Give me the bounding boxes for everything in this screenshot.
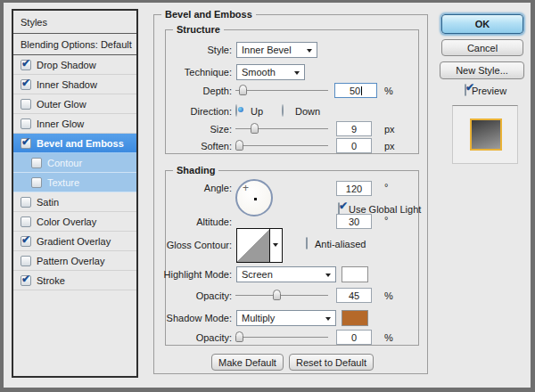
- angle-dial[interactable]: +: [235, 179, 273, 216]
- soften-slider-thumb[interactable]: [235, 140, 243, 151]
- sidebar-item-inner-shadow[interactable]: ✔ Inner Shadow: [13, 75, 136, 94]
- style-preview-box: [452, 105, 518, 164]
- sidebar-item-stroke[interactable]: ✔ Stroke: [13, 271, 136, 290]
- check-icon: ✔: [21, 135, 30, 148]
- sidebar-item-texture[interactable]: ✔ Texture: [13, 173, 136, 192]
- chevron-down-icon: [325, 274, 331, 280]
- altitude-input[interactable]: 30: [336, 214, 372, 229]
- highlight-mode-dropdown[interactable]: Screen: [236, 266, 336, 282]
- direction-up-radio[interactable]: [235, 104, 237, 117]
- sidebar-item-outer-glow[interactable]: ✔ Outer Glow: [13, 94, 136, 114]
- reset-to-default-button[interactable]: Reset to Default: [289, 354, 374, 371]
- checkbox[interactable]: ✔: [21, 138, 31, 149]
- size-slider-thumb[interactable]: [251, 123, 259, 134]
- checkbox[interactable]: ✔: [21, 99, 31, 110]
- chevron-down-icon: [307, 49, 312, 55]
- opacity-shadow-input[interactable]: 0: [336, 330, 372, 345]
- gloss-contour-picker[interactable]: [236, 228, 283, 263]
- direction-label: Direction:: [148, 106, 232, 117]
- opacity-shadow-value: 0: [351, 332, 357, 343]
- opacity-highlight-unit: %: [384, 290, 393, 301]
- check-icon: ✔: [21, 233, 30, 246]
- angle-dial-center-dot: [254, 198, 257, 200]
- sidebar-item-satin[interactable]: ✔ Satin: [13, 192, 136, 212]
- styles-sidebar: Styles Blending Options: Default ✔ Drop …: [12, 9, 138, 378]
- checkbox[interactable]: ✔: [21, 275, 31, 286]
- soften-input[interactable]: 0: [336, 138, 372, 153]
- ok-button[interactable]: OK: [441, 14, 523, 34]
- check-icon: ✔: [339, 200, 348, 212]
- highlight-mode-value: Screen: [242, 269, 273, 280]
- size-input[interactable]: 9: [336, 121, 372, 136]
- opacity-shadow-label: Opacity:: [148, 332, 232, 343]
- sidebar-header-styles[interactable]: Styles: [13, 11, 136, 34]
- item-label: Bevel and Emboss: [37, 138, 124, 149]
- altitude-label: Altitude:: [148, 216, 232, 227]
- shadow-mode-label: Shadow Mode:: [148, 313, 232, 323]
- check-icon: ✔: [21, 77, 30, 89]
- chevron-down-icon: [294, 71, 300, 78]
- use-global-light-checkbox[interactable]: ✔: [338, 202, 340, 215]
- layer-style-dialog: Styles Blending Options: Default ✔ Drop …: [0, 0, 535, 392]
- item-label: Gradient Overlay: [37, 236, 111, 247]
- item-label: Pattern Overlay: [37, 256, 104, 266]
- soften-value: 0: [351, 141, 357, 151]
- direction-down-radio[interactable]: [282, 104, 284, 117]
- size-label: Size:: [148, 124, 232, 135]
- sidebar-item-inner-glow[interactable]: ✔ Inner Glow: [13, 114, 136, 134]
- altitude-value: 30: [349, 216, 359, 227]
- angle-input[interactable]: 120: [336, 181, 372, 196]
- sidebar-item-contour[interactable]: ✔ Contour: [13, 153, 136, 173]
- angle-unit: °: [384, 182, 388, 192]
- preview-label: Preview: [472, 86, 506, 96]
- anti-aliased-checkbox[interactable]: ✔: [306, 237, 308, 249]
- structure-legend: Structure: [173, 24, 224, 35]
- depth-slider-thumb[interactable]: [239, 85, 247, 95]
- sidebar-item-blending-options[interactable]: Blending Options: Default: [13, 34, 136, 55]
- sidebar-item-bevel-and-emboss[interactable]: ✔ Bevel and Emboss: [13, 134, 136, 153]
- checkbox[interactable]: ✔: [21, 60, 31, 70]
- style-dropdown[interactable]: Inner Bevel: [236, 42, 317, 58]
- sidebar-item-gradient-overlay[interactable]: ✔ Gradient Overlay: [13, 232, 136, 251]
- shadow-color-swatch[interactable]: [342, 310, 368, 326]
- sidebar-item-drop-shadow[interactable]: ✔ Drop Shadow: [13, 55, 136, 75]
- opacity-highlight-label: Opacity:: [148, 290, 232, 301]
- opacity-highlight-value: 45: [349, 290, 359, 301]
- cancel-button[interactable]: Cancel: [441, 39, 523, 56]
- technique-label: Technique:: [148, 67, 232, 78]
- make-default-button[interactable]: Make Default: [211, 354, 284, 371]
- checkbox[interactable]: ✔: [21, 256, 31, 266]
- sidebar-item-color-overlay[interactable]: ✔ Color Overlay: [13, 212, 136, 232]
- highlight-mode-label: Highlight Mode:: [148, 269, 232, 280]
- shadow-mode-dropdown[interactable]: Multiply: [236, 310, 336, 326]
- checkbox[interactable]: ✔: [21, 79, 31, 90]
- checkbox[interactable]: ✔: [21, 197, 31, 208]
- style-preview-thumbnail: [470, 118, 502, 151]
- checkbox[interactable]: ✔: [31, 158, 42, 168]
- opacity-shadow-slider-thumb[interactable]: [235, 331, 243, 342]
- shading-legend: Shading: [173, 165, 218, 176]
- opacity-highlight-input[interactable]: 45: [336, 288, 372, 303]
- shadow-mode-value: Multiply: [242, 313, 275, 323]
- preview-checkbox[interactable]: ✔: [465, 84, 466, 96]
- technique-dropdown[interactable]: Smooth: [236, 64, 305, 80]
- highlight-color-swatch[interactable]: [342, 266, 368, 282]
- angle-label: Angle:: [148, 183, 232, 193]
- soften-slider-track: [235, 145, 328, 146]
- blending-options-label: Blending Options: Default: [21, 39, 132, 50]
- checkbox[interactable]: ✔: [31, 177, 42, 188]
- opacity-highlight-slider-thumb[interactable]: [273, 290, 281, 300]
- new-style-button[interactable]: New Style...: [440, 61, 524, 79]
- checkbox[interactable]: ✔: [21, 118, 31, 129]
- soften-unit: px: [384, 141, 395, 151]
- style-value: Inner Bevel: [242, 45, 292, 55]
- checkbox[interactable]: ✔: [21, 236, 31, 247]
- check-icon: ✔: [21, 57, 30, 69]
- checkbox[interactable]: ✔: [21, 216, 31, 227]
- depth-input[interactable]: 50: [334, 83, 377, 98]
- sidebar-item-pattern-overlay[interactable]: ✔ Pattern Overlay: [13, 251, 136, 271]
- style-label: Style:: [148, 45, 232, 55]
- gloss-contour-thumbnail: [237, 229, 270, 262]
- soften-label: Soften:: [148, 141, 232, 151]
- size-unit: px: [384, 124, 395, 135]
